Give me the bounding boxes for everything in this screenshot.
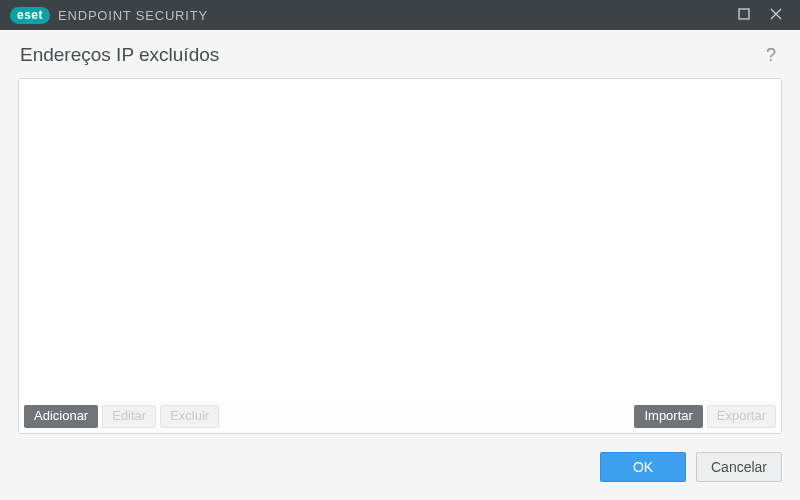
export-button: Exportar — [707, 405, 776, 428]
maximize-icon — [738, 6, 750, 24]
page-header: Endereços IP excluídos ? — [0, 30, 800, 72]
delete-button: Excluir — [160, 405, 219, 428]
ip-listbox[interactable] — [19, 79, 781, 401]
brand-badge: eset — [10, 7, 50, 24]
close-icon — [770, 6, 782, 24]
edit-button: Editar — [102, 405, 156, 428]
window-maximize-button[interactable] — [728, 0, 760, 30]
page-title: Endereços IP excluídos — [20, 44, 219, 66]
import-button[interactable]: Importar — [634, 405, 702, 428]
svg-rect-0 — [739, 9, 749, 19]
brand-product: ENDPOINT SECURITY — [58, 8, 208, 23]
dialog-footer: OK Cancelar — [0, 434, 800, 500]
ok-button[interactable]: OK — [600, 452, 686, 482]
window-close-button[interactable] — [760, 0, 792, 30]
add-button[interactable]: Adicionar — [24, 405, 98, 428]
help-icon[interactable]: ? — [762, 44, 780, 66]
ip-list-panel: Adicionar Editar Excluir Importar Export… — [18, 78, 782, 434]
cancel-button[interactable]: Cancelar — [696, 452, 782, 482]
content-area: Adicionar Editar Excluir Importar Export… — [0, 72, 800, 434]
titlebar: eset ENDPOINT SECURITY — [0, 0, 800, 30]
panel-toolbar: Adicionar Editar Excluir Importar Export… — [19, 401, 781, 433]
